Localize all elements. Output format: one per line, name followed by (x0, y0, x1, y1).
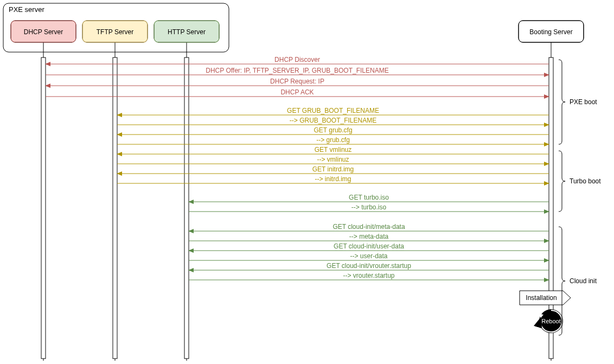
msg-get-turbo-iso: GET turbo.iso (189, 194, 549, 202)
msg-resp-meta-data: --> meta-data (189, 233, 549, 241)
svg-text:GET GRUB_BOOT_FILENAME: GET GRUB_BOOT_FILENAME (287, 107, 379, 114)
msg-dhcp-request: DHCP Request: IP (46, 78, 549, 86)
msg-get-user-data: GET cloud-init/user-data (189, 242, 549, 251)
msg-get-meta-data: GET cloud-init/meta-data (189, 223, 549, 231)
svg-text:DHCP Discover: DHCP Discover (274, 56, 320, 63)
msg-get-grub-cfg: GET grub.cfg (117, 126, 549, 135)
svg-text:Reboot: Reboot (541, 318, 560, 324)
msg-dhcp-discover: DHCP Discover (46, 56, 549, 64)
activation-tftp (113, 58, 117, 359)
msg-resp-user-data: --> user-data (189, 252, 549, 260)
note-installation: Installation (520, 291, 571, 305)
phase-turbo-label: Turbo boot (570, 177, 601, 185)
activation-http (184, 58, 189, 359)
brace-pxe (559, 60, 565, 144)
msg-dhcp-ack: DHCP ACK (46, 88, 549, 97)
participant-booting-label: Booting Server (529, 28, 572, 36)
svg-text:--> vmlinuz: --> vmlinuz (317, 156, 349, 163)
sequence-diagram: PXE server DHCP Server TFTP Server HTTP … (0, 0, 614, 364)
msg-get-initrd: GET initrd.img (117, 165, 549, 174)
participant-tftp-label: TFTP Server (97, 28, 133, 36)
svg-text:GET grub.cfg: GET grub.cfg (314, 126, 352, 134)
msg-resp-initrd: --> initrd.img (117, 175, 549, 183)
svg-text:Installation: Installation (526, 294, 557, 302)
svg-text:GET cloud-init/meta-data: GET cloud-init/meta-data (332, 223, 405, 231)
activation-dhcp (41, 58, 46, 359)
svg-text:--> vrouter.startup: --> vrouter.startup (343, 272, 394, 279)
svg-text:GET cloud-init/vrouter.startup: GET cloud-init/vrouter.startup (327, 262, 411, 270)
phase-pxe-label: PXE boot (570, 98, 597, 106)
svg-text:--> turbo.iso: --> turbo.iso (351, 203, 387, 211)
brace-turbo (559, 151, 565, 212)
msg-get-vrouter: GET cloud-init/vrouter.startup (189, 262, 549, 270)
msg-resp-grub-boot: --> GRUB_BOOT_FILENAME (117, 117, 549, 125)
msg-resp-grub-cfg: --> grub.cfg (117, 136, 549, 144)
svg-text:DHCP Offer: IP, TFTP_SERVER_IP: DHCP Offer: IP, TFTP_SERVER_IP, GRUB_BOO… (206, 67, 388, 74)
svg-text:GET turbo.iso: GET turbo.iso (349, 194, 389, 201)
svg-text:GET initrd.img: GET initrd.img (312, 165, 354, 173)
msg-resp-vmlinuz: --> vmlinuz (117, 156, 549, 164)
msg-get-vmlinuz: GET vmlinuz (117, 146, 549, 154)
svg-text:GET cloud-init/user-data: GET cloud-init/user-data (334, 242, 404, 250)
svg-text:--> meta-data: --> meta-data (349, 233, 389, 240)
svg-text:--> initrd.img: --> initrd.img (315, 175, 351, 183)
participant-dhcp-label: DHCP Server (24, 28, 63, 36)
svg-text:DHCP Request: IP: DHCP Request: IP (270, 78, 324, 85)
svg-text:DHCP ACK: DHCP ACK (280, 88, 314, 96)
msg-resp-turbo-iso: --> turbo.iso (189, 203, 549, 212)
svg-text:--> grub.cfg: --> grub.cfg (316, 136, 350, 144)
participant-http-label: HTTP Server (168, 28, 206, 36)
reboot-loop: Reboot (538, 309, 563, 333)
msg-resp-vrouter: --> vrouter.startup (189, 272, 549, 280)
svg-text:--> GRUB_BOOT_FILENAME: --> GRUB_BOOT_FILENAME (290, 117, 376, 124)
msg-dhcp-offer: DHCP Offer: IP, TFTP_SERVER_IP, GRUB_BOO… (46, 67, 549, 75)
svg-text:--> user-data: --> user-data (350, 252, 387, 260)
msg-get-grub-boot: GET GRUB_BOOT_FILENAME (117, 107, 549, 115)
phase-cloud-label: Cloud init (570, 277, 597, 285)
group-title: PXE server (9, 5, 44, 14)
svg-text:GET vmlinuz: GET vmlinuz (315, 146, 351, 154)
